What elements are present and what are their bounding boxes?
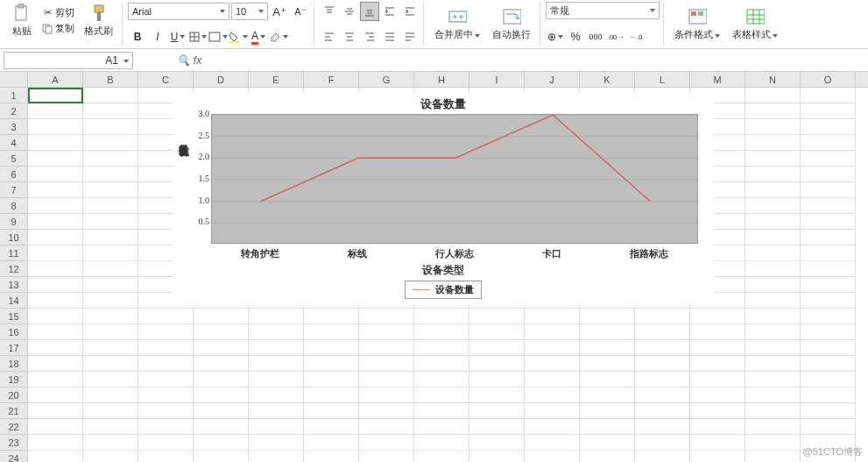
cell[interactable] xyxy=(138,403,194,419)
row-header[interactable]: 3 xyxy=(0,119,27,135)
cell[interactable] xyxy=(28,309,83,324)
cell[interactable] xyxy=(745,182,801,198)
cell[interactable] xyxy=(359,387,414,403)
cell[interactable] xyxy=(28,103,83,119)
cell[interactable] xyxy=(83,167,138,182)
comma-button[interactable]: 000 xyxy=(586,27,605,46)
cell[interactable] xyxy=(801,167,856,182)
cell[interactable] xyxy=(359,403,414,419)
cell[interactable] xyxy=(28,419,83,435)
cell[interactable] xyxy=(138,340,194,356)
border-button[interactable] xyxy=(188,27,208,46)
row-header[interactable]: 19 xyxy=(0,372,27,387)
cell[interactable] xyxy=(28,293,83,309)
column-header[interactable]: N xyxy=(745,72,801,87)
column-header[interactable]: K xyxy=(580,72,635,87)
name-box[interactable]: A1 xyxy=(4,52,133,69)
cell[interactable] xyxy=(83,387,138,403)
cell[interactable] xyxy=(28,230,83,245)
wrap-text-button[interactable]: 自动换行 xyxy=(487,5,536,43)
cell[interactable] xyxy=(83,435,138,451)
cell[interactable] xyxy=(525,356,580,372)
cell[interactable] xyxy=(525,419,580,435)
column-header[interactable]: M xyxy=(690,72,745,87)
row-header[interactable]: 12 xyxy=(0,261,27,277)
column-header[interactable]: O xyxy=(801,72,856,87)
justify-button[interactable] xyxy=(380,27,399,46)
align-right-button[interactable] xyxy=(360,27,379,46)
cell[interactable] xyxy=(138,372,194,387)
cell[interactable] xyxy=(690,356,745,372)
cell[interactable] xyxy=(28,198,83,214)
cell[interactable] xyxy=(138,324,194,340)
merge-center-button[interactable]: 合并居中 xyxy=(429,5,485,43)
cell[interactable] xyxy=(304,340,359,356)
cell[interactable] xyxy=(745,261,801,277)
cell[interactable] xyxy=(745,387,801,403)
cell[interactable] xyxy=(359,309,414,324)
cell[interactable] xyxy=(801,293,856,309)
cell[interactable] xyxy=(194,451,249,462)
cell[interactable] xyxy=(801,182,856,198)
cell[interactable] xyxy=(83,230,138,245)
cell[interactable] xyxy=(469,403,525,419)
cell[interactable] xyxy=(745,324,801,340)
cell[interactable] xyxy=(580,372,635,387)
cell[interactable] xyxy=(28,435,83,451)
paste-button[interactable]: 粘贴 xyxy=(7,2,37,39)
cell[interactable] xyxy=(249,387,304,403)
cell[interactable] xyxy=(28,372,83,387)
cell[interactable] xyxy=(469,309,525,324)
cell[interactable] xyxy=(801,198,856,214)
cell[interactable] xyxy=(525,451,580,462)
row-header[interactable]: 13 xyxy=(0,277,27,293)
row-header[interactable]: 24 xyxy=(0,451,27,462)
cell[interactable] xyxy=(469,419,525,435)
cell[interactable] xyxy=(28,403,83,419)
cell[interactable] xyxy=(635,403,690,419)
row-header[interactable]: 1 xyxy=(0,88,27,103)
cell[interactable] xyxy=(249,419,304,435)
cell[interactable] xyxy=(28,387,83,403)
column-header[interactable]: I xyxy=(469,72,525,87)
cell[interactable] xyxy=(469,372,525,387)
align-bottom-button[interactable] xyxy=(360,2,379,21)
cell[interactable] xyxy=(83,451,138,462)
cell[interactable] xyxy=(580,451,635,462)
cell[interactable] xyxy=(469,387,525,403)
cell[interactable] xyxy=(194,435,249,451)
cell[interactable] xyxy=(745,119,801,135)
cell[interactable] xyxy=(801,261,856,277)
cell[interactable] xyxy=(525,340,580,356)
cell[interactable] xyxy=(580,419,635,435)
row-header[interactable]: 8 xyxy=(0,198,27,214)
cell[interactable] xyxy=(745,277,801,293)
italic-button[interactable]: I xyxy=(148,27,167,46)
cell[interactable] xyxy=(83,356,138,372)
column-header[interactable]: G xyxy=(359,72,414,87)
cell[interactable] xyxy=(83,372,138,387)
cell[interactable] xyxy=(801,387,856,403)
cell[interactable] xyxy=(801,277,856,293)
cell[interactable] xyxy=(414,435,469,451)
align-center-button[interactable] xyxy=(340,27,359,46)
cell[interactable] xyxy=(249,324,304,340)
cell[interactable] xyxy=(469,356,525,372)
cell[interactable] xyxy=(414,356,469,372)
cell[interactable] xyxy=(580,387,635,403)
row-header[interactable]: 20 xyxy=(0,387,27,403)
cell[interactable] xyxy=(635,340,690,356)
cell[interactable] xyxy=(138,309,194,324)
cell[interactable] xyxy=(580,403,635,419)
cell[interactable] xyxy=(359,340,414,356)
row-header[interactable]: 21 xyxy=(0,403,27,419)
row-header[interactable]: 22 xyxy=(0,419,27,435)
font-size-select[interactable]: 10 xyxy=(231,3,268,20)
cell[interactable] xyxy=(745,309,801,324)
column-header[interactable]: B xyxy=(83,72,138,87)
cell[interactable] xyxy=(194,387,249,403)
cell[interactable] xyxy=(28,356,83,372)
cell[interactable] xyxy=(28,277,83,293)
cell[interactable] xyxy=(801,419,856,435)
cell[interactable] xyxy=(525,372,580,387)
